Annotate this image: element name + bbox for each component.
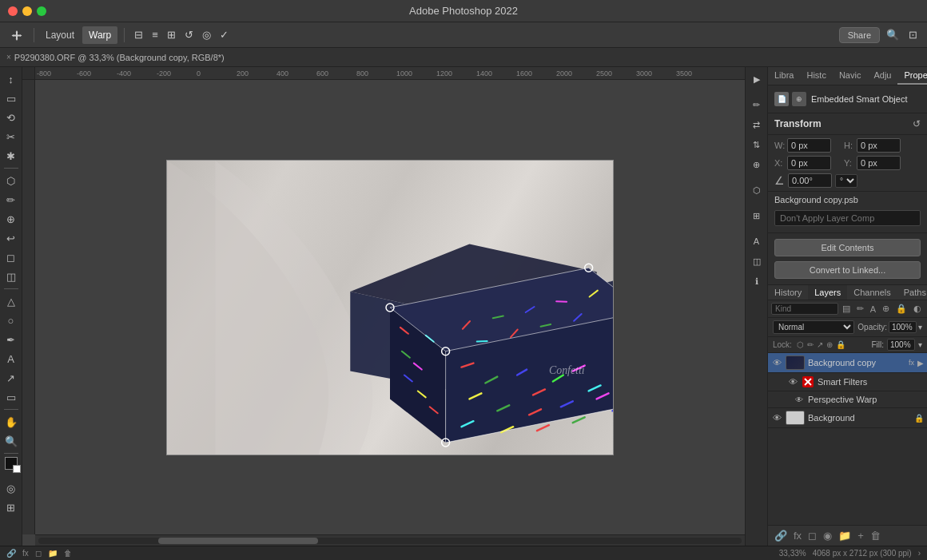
- quick-mask[interactable]: ◎: [2, 479, 20, 497]
- lasso-tool[interactable]: ⟲: [2, 109, 20, 126]
- undo-icon[interactable]: ↺: [181, 27, 197, 42]
- tab-history[interactable]: History: [768, 285, 808, 300]
- blur-tool[interactable]: △: [2, 292, 20, 310]
- gradient-tool[interactable]: ◫: [2, 268, 20, 285]
- tab-properties[interactable]: Properties: [897, 67, 927, 85]
- share-button[interactable]: Share: [839, 27, 880, 43]
- brush-tool[interactable]: ✏: [2, 191, 20, 209]
- lock-all-icon[interactable]: 🔒: [836, 340, 845, 349]
- minimize-button[interactable]: [22, 6, 32, 16]
- canvas-content[interactable]: Confetti: [22, 80, 745, 546]
- lock-pixels-icon[interactable]: ✏: [807, 340, 814, 349]
- play-icon[interactable]: ▶: [748, 70, 766, 88]
- lock-artboard-icon[interactable]: ⊕: [826, 340, 833, 349]
- eyedropper-tool[interactable]: ✱: [2, 147, 20, 165]
- angle-unit-select[interactable]: °: [835, 174, 857, 188]
- opacity-input[interactable]: [889, 321, 917, 333]
- move-tool[interactable]: ↕: [2, 70, 20, 88]
- hand-tool[interactable]: ✋: [2, 413, 20, 431]
- layer-item-background-copy[interactable]: 👁 Background copy fx ▶: [768, 353, 927, 373]
- add-fx-btn[interactable]: fx: [792, 528, 803, 543]
- crop-tool[interactable]: ✂: [2, 128, 20, 145]
- add-group-btn[interactable]: 📁: [837, 528, 853, 543]
- clone-tool[interactable]: ⊕: [2, 210, 20, 228]
- add-layer-btn[interactable]: +: [856, 528, 865, 543]
- more-arrow[interactable]: ›: [918, 549, 921, 558]
- foreground-color[interactable]: [5, 457, 18, 470]
- tab-channels[interactable]: Channels: [847, 285, 897, 300]
- delete-layer-btn[interactable]: 🗑: [869, 528, 882, 543]
- h-scroll-thumb[interactable]: [158, 538, 318, 544]
- check-icon[interactable]: ✓: [217, 27, 232, 42]
- path-tool[interactable]: ↗: [2, 369, 20, 387]
- filter-btn5[interactable]: 🔒: [893, 303, 909, 315]
- layer-item-background[interactable]: 👁 Background 🔒: [768, 408, 927, 428]
- angle-input[interactable]: [788, 173, 832, 188]
- grid-icon[interactable]: ⊟: [131, 27, 146, 42]
- opacity-chevron[interactable]: ▾: [918, 323, 922, 332]
- link-layers-btn[interactable]: 🔗: [773, 528, 789, 543]
- screen-mode[interactable]: ⊞: [2, 498, 20, 516]
- filter-toggle[interactable]: ◐: [911, 303, 924, 315]
- type-icon[interactable]: A: [748, 232, 766, 250]
- select-tool[interactable]: ▭: [2, 89, 20, 107]
- list-icon[interactable]: ≡: [149, 27, 161, 42]
- text-tool[interactable]: A: [2, 350, 20, 367]
- convert-linked-button[interactable]: Convert to Linked...: [774, 261, 921, 279]
- tab-navic[interactable]: Navic: [833, 67, 868, 85]
- layer-vis-perspective-warp[interactable]: 👁: [794, 394, 805, 405]
- history-brush[interactable]: ↩: [2, 229, 20, 247]
- filter-btn3[interactable]: A: [868, 304, 878, 315]
- layer-visibility-bg-copy[interactable]: 👁: [771, 357, 782, 368]
- close-button[interactable]: [8, 6, 18, 16]
- reset-transform-icon[interactable]: ↺: [913, 118, 921, 129]
- background-color[interactable]: [13, 465, 21, 473]
- tab-paths[interactable]: Paths: [897, 285, 927, 300]
- blend-mode-select[interactable]: Normal: [773, 320, 854, 334]
- layer-vis-background[interactable]: 👁: [771, 412, 782, 423]
- tab-close-btn[interactable]: ×: [6, 53, 11, 62]
- h-input[interactable]: [857, 138, 901, 153]
- photo-canvas[interactable]: Confetti: [166, 160, 614, 455]
- maximize-button[interactable]: [37, 6, 46, 16]
- fill-chevron[interactable]: ▾: [918, 340, 922, 349]
- layers-search-input[interactable]: [771, 303, 838, 315]
- link2-icon[interactable]: ⊕: [748, 156, 766, 173]
- layer-expand-icon[interactable]: ▶: [917, 359, 924, 367]
- canvas-viewport[interactable]: Confetti: [35, 80, 745, 534]
- filter-btn2[interactable]: ✏: [854, 303, 866, 315]
- tab-layers[interactable]: Layers: [808, 285, 847, 300]
- layout-button[interactable]: Layout: [41, 26, 79, 44]
- window-icon[interactable]: ⊡: [905, 27, 921, 42]
- heal-tool[interactable]: ⬡: [2, 172, 20, 189]
- tab-adju[interactable]: Adju: [867, 67, 897, 85]
- fill-input[interactable]: [887, 339, 915, 351]
- tab-libra[interactable]: Libra: [768, 67, 800, 85]
- shape-tool[interactable]: ▭: [2, 388, 20, 406]
- y-input[interactable]: [857, 156, 901, 170]
- h-scrollbar[interactable]: [35, 534, 745, 546]
- brush-icon[interactable]: ✏: [748, 96, 766, 113]
- info-icon[interactable]: ℹ: [748, 272, 766, 290]
- layer-item-smart-filters[interactable]: 👁 Smart Filters: [768, 373, 927, 391]
- warp-button[interactable]: Warp: [82, 26, 117, 44]
- lock-position-icon[interactable]: ↗: [817, 340, 823, 349]
- pen-tool[interactable]: ✒: [2, 331, 20, 348]
- filter-btn4[interactable]: ⊕: [880, 303, 892, 315]
- search-icon[interactable]: 🔍: [883, 27, 902, 42]
- shape-icon[interactable]: ◎: [199, 27, 214, 42]
- window-controls[interactable]: [8, 6, 46, 16]
- layer-vis-smart-filters[interactable]: 👁: [787, 376, 798, 387]
- filter-type-btn[interactable]: ▤: [840, 303, 853, 315]
- edit-contents-button[interactable]: Edit Contents: [774, 239, 921, 256]
- dodge-tool[interactable]: ○: [2, 312, 20, 329]
- eraser-tool[interactable]: ◻: [2, 248, 20, 266]
- grid3-icon[interactable]: ⊞: [748, 207, 766, 224]
- w-input[interactable]: [787, 138, 831, 153]
- lock-transparent-icon[interactable]: ⬡: [797, 340, 804, 349]
- x-input[interactable]: [787, 156, 831, 170]
- tab-histc[interactable]: Histc: [800, 67, 832, 85]
- gradient-icon[interactable]: ◫: [748, 252, 766, 270]
- layer-comp-input[interactable]: [774, 210, 921, 226]
- move-tool-btn[interactable]: [6, 26, 27, 44]
